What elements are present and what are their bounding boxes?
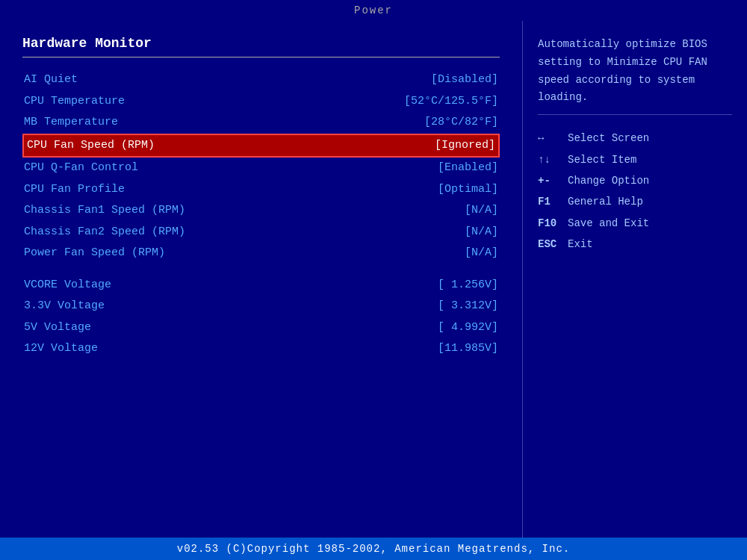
top-bar-title: Power	[354, 4, 393, 16]
menu-item: Chassis Fan2 Speed (RPM)[N/A]	[22, 222, 500, 243]
bottom-bar-text: v02.53 (C)Copyright 1985-2002, American …	[177, 543, 570, 555]
description-text: Automatically optimize BIOS setting to M…	[538, 36, 732, 107]
help-desc: Select Screen	[568, 130, 649, 146]
main-content: Hardware Monitor AI Quiet[Disabled]CPU T…	[0, 21, 747, 538]
menu-item-label: CPU Fan Speed (RPM)	[27, 137, 155, 155]
menu-item-value: [ 4.992V]	[438, 320, 498, 337]
bottom-bar: v02.53 (C)Copyright 1985-2002, American …	[0, 538, 747, 560]
menu-item-label: Chassis Fan1 Speed (RPM)	[24, 202, 185, 220]
menu-item-value: [ 3.312V]	[438, 298, 498, 315]
menu-item: CPU Fan Profile[Optimal]	[22, 179, 500, 201]
menu-item-value: [ 1.256V]	[438, 277, 498, 294]
help-item: ↔Select Screen	[538, 130, 732, 146]
menu-spacer	[22, 264, 500, 275]
help-desc: General Help	[568, 193, 643, 210]
help-desc: Exit	[568, 236, 593, 252]
menu-item-value: [N/A]	[465, 245, 498, 262]
help-key: F10	[538, 215, 568, 231]
help-key: +-	[538, 172, 568, 189]
menu-item-value: [N/A]	[465, 202, 498, 220]
help-desc: Select Item	[568, 152, 636, 168]
help-divider	[538, 114, 732, 115]
menu-item-value: [Enabled]	[438, 160, 498, 177]
help-item: F10Save and Exit	[538, 215, 732, 231]
menu-item-value: [11.985V]	[438, 340, 498, 358]
menu-item-value: [52°C/125.5°F]	[404, 93, 498, 111]
help-item: ESCExit	[538, 236, 732, 252]
menu-item-value: [N/A]	[465, 224, 498, 241]
help-key: ↑↓	[538, 152, 568, 168]
help-desc: Save and Exit	[568, 215, 649, 231]
menu-item: VCORE Voltage[ 1.256V]	[22, 275, 500, 296]
menu-item-label: Power Fan Speed (RPM)	[24, 245, 165, 262]
left-panel: Hardware Monitor AI Quiet[Disabled]CPU T…	[0, 21, 523, 538]
help-key: ↔	[538, 130, 568, 146]
menu-item: AI Quiet[Disabled]	[22, 69, 500, 91]
menu-item: 12V Voltage[11.985V]	[22, 338, 500, 360]
menu-item-label: 5V Voltage	[24, 320, 91, 337]
menu-item: 3.3V Voltage[ 3.312V]	[22, 296, 500, 317]
help-item: ↑↓Select Item	[538, 152, 732, 168]
menu-item-label: CPU Temperature	[24, 93, 125, 111]
menu-item-label: 12V Voltage	[24, 340, 98, 358]
help-key: ESC	[538, 236, 568, 252]
menu-items-container: AI Quiet[Disabled]CPU Temperature[52°C/1…	[22, 69, 500, 360]
menu-item-value: [Disabled]	[431, 72, 498, 89]
help-key: F1	[538, 193, 568, 210]
menu-item-label: AI Quiet	[24, 72, 78, 89]
menu-item-label: CPU Q-Fan Control	[24, 160, 138, 177]
menu-item: 5V Voltage[ 4.992V]	[22, 317, 500, 339]
section-divider	[22, 57, 500, 57]
menu-item-value: [Ignored]	[435, 137, 495, 155]
help-item: F1General Help	[538, 193, 732, 210]
menu-item: CPU Temperature[52°C/125.5°F]	[22, 91, 500, 113]
menu-item-label: MB Temperature	[24, 114, 118, 131]
menu-item-value: [Optimal]	[438, 181, 498, 199]
menu-item: Power Fan Speed (RPM)[N/A]	[22, 243, 500, 264]
help-item: +-Change Option	[538, 172, 732, 189]
right-panel: Automatically optimize BIOS setting to M…	[523, 21, 747, 538]
section-title: Hardware Monitor	[22, 36, 500, 51]
menu-item-label: 3.3V Voltage	[24, 298, 105, 315]
help-desc: Change Option	[568, 172, 649, 189]
menu-item: Chassis Fan1 Speed (RPM)[N/A]	[22, 200, 500, 222]
menu-item[interactable]: CPU Fan Speed (RPM)[Ignored]	[22, 134, 500, 158]
menu-item-value: [28°C/82°F]	[424, 114, 498, 131]
menu-item-label: CPU Fan Profile	[24, 181, 125, 199]
help-section: ↔Select Screen↑↓Select Item+-Change Opti…	[538, 130, 732, 252]
menu-item: MB Temperature[28°C/82°F]	[22, 112, 500, 134]
top-bar: Power	[0, 0, 747, 21]
menu-item: CPU Q-Fan Control[Enabled]	[22, 158, 500, 179]
bios-screen: Power Hardware Monitor AI Quiet[Disabled…	[0, 0, 747, 560]
menu-item-label: VCORE Voltage	[24, 277, 111, 294]
menu-item-label: Chassis Fan2 Speed (RPM)	[24, 224, 185, 241]
